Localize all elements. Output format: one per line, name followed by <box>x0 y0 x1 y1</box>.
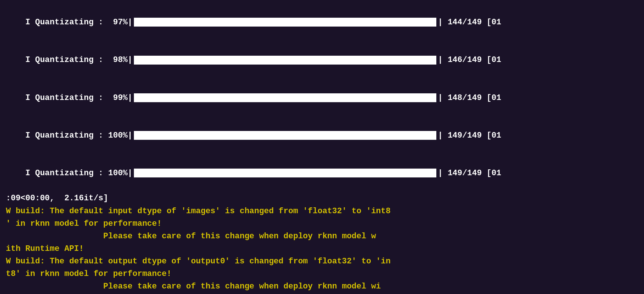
progress-prefix-100a: I Quantizating : 100%| <box>25 131 132 140</box>
warning-line-1a: W build: The default input dtype of 'ima… <box>6 205 638 218</box>
progress-line-97: I Quantizating : 97%|| 144/149 [01 <box>6 4 638 41</box>
progress-bar-98 <box>134 56 436 65</box>
progress-line-100a: I Quantizating : 100%|| 149/149 [01 <box>6 117 638 155</box>
warning-line-1c: Please take care of this change when dep… <box>6 230 638 243</box>
progress-suffix-100a: | 149/149 [01 <box>438 131 501 140</box>
warning-line-1d: ith Runtime API! <box>6 243 638 255</box>
progress-line-98: I Quantizating : 98%|| 146/149 [01 <box>6 41 638 79</box>
time-line: :09<00:00, 2.16it/s] <box>6 192 638 205</box>
progress-suffix-98: | 146/149 [01 <box>438 55 501 65</box>
progress-suffix-97: | 144/149 [01 <box>438 18 501 27</box>
progress-bar-97 <box>134 18 436 27</box>
warning-line-2c: Please take care of this change when dep… <box>6 280 638 293</box>
progress-prefix-99: I Quantizating : 99%| <box>25 93 132 103</box>
progress-bar-100a <box>134 131 436 140</box>
terminal-window: I Quantizating : 97%|| 144/149 [01 I Qua… <box>0 0 644 294</box>
progress-line-100b: I Quantizating : 100%|| 149/149 [01 <box>6 155 638 192</box>
progress-suffix-100b: | 149/149 [01 <box>438 169 501 178</box>
progress-prefix-100b: I Quantizating : 100%| <box>25 169 132 178</box>
progress-suffix-99: | 148/149 [01 <box>438 93 501 103</box>
progress-bar-99 <box>134 93 436 102</box>
warning-line-2a: W build: The default output dtype of 'ou… <box>6 255 638 268</box>
progress-bar-100b <box>134 169 436 177</box>
progress-prefix-97: I Quantizating : 97%| <box>25 18 132 27</box>
warning-line-2b: t8' in rknn model for performance! <box>6 268 638 280</box>
progress-prefix-98: I Quantizating : 98%| <box>25 55 132 65</box>
progress-line-99: I Quantizating : 99%|| 148/149 [01 <box>6 79 638 117</box>
warning-line-1b: ' in rknn model for performance! <box>6 218 638 230</box>
